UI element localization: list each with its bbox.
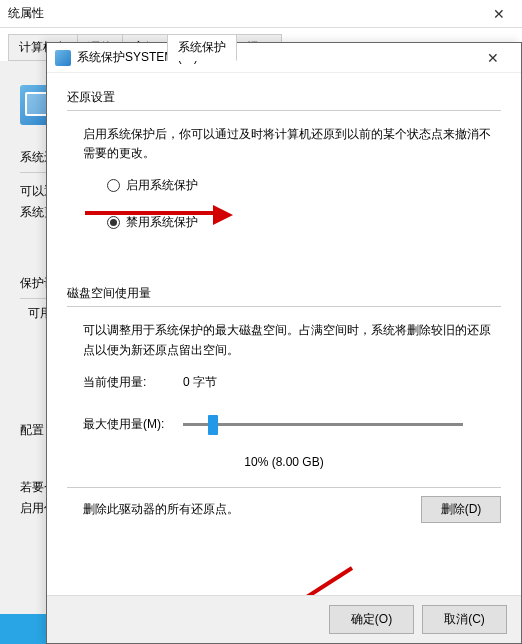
dialog-title: 系统保护SYSTEM (C:) xyxy=(77,49,473,66)
slider-thumb[interactable] xyxy=(208,415,218,435)
parent-close-button[interactable]: ✕ xyxy=(476,0,522,28)
disk-usage-desc: 可以调整用于系统保护的最大磁盘空间。占满空间时，系统将删除较旧的还原点以便为新还… xyxy=(83,321,501,359)
disk-usage-header: 磁盘空间使用量 xyxy=(67,285,501,302)
current-usage-value: 0 字节 xyxy=(183,374,217,391)
delete-desc: 删除此驱动器的所有还原点。 xyxy=(83,501,421,518)
current-usage-label: 当前使用量: xyxy=(83,374,183,391)
delete-button[interactable]: 删除(D) xyxy=(421,496,501,523)
dialog-app-icon xyxy=(55,50,71,66)
max-usage-slider[interactable] xyxy=(183,415,501,435)
slider-track xyxy=(183,423,463,426)
divider xyxy=(67,306,501,307)
divider xyxy=(67,487,501,488)
dialog-body: 还原设置 启用系统保护后，你可以通过及时将计算机还原到以前的某个状态点来撤消不需… xyxy=(47,73,521,523)
delete-restore-points-row: 删除此驱动器的所有还原点。 删除(D) xyxy=(83,496,501,523)
cancel-button[interactable]: 取消(C) xyxy=(422,605,507,634)
dialog-titlebar: 系统保护SYSTEM (C:) ✕ xyxy=(47,43,521,73)
tab-system-protection[interactable]: 系统保护 xyxy=(167,34,237,61)
radio-icon xyxy=(107,179,120,192)
radio-enable-protection[interactable]: 启用系统保护 xyxy=(107,177,501,194)
radio-disable-protection[interactable]: 禁用系统保护 xyxy=(107,214,501,231)
radio-label: 启用系统保护 xyxy=(126,177,198,194)
max-usage-label: 最大使用量(M): xyxy=(83,416,183,433)
radio-label: 禁用系统保护 xyxy=(126,214,198,231)
parent-titlebar: 统属性 ✕ xyxy=(0,0,522,28)
max-usage-row: 最大使用量(M): xyxy=(83,415,501,435)
radio-icon xyxy=(107,216,120,229)
divider xyxy=(67,110,501,111)
restore-radio-group: 启用系统保护 禁用系统保护 xyxy=(107,177,501,231)
ok-button[interactable]: 确定(O) xyxy=(329,605,414,634)
taskbar-fragment xyxy=(0,614,50,644)
restore-settings-desc: 启用系统保护后，你可以通过及时将计算机还原到以前的某个状态点来撤消不需要的更改。 xyxy=(83,125,501,163)
restore-settings-header: 还原设置 xyxy=(67,89,501,106)
parent-title: 统属性 xyxy=(8,5,44,22)
system-protection-dialog: 系统保护SYSTEM (C:) ✕ 还原设置 启用系统保护后，你可以通过及时将计… xyxy=(46,42,522,644)
current-usage-row: 当前使用量: 0 字节 xyxy=(83,374,501,391)
dialog-footer: 确定(O) 取消(C) xyxy=(47,595,521,643)
slider-value-text: 10% (8.00 GB) xyxy=(67,455,501,469)
close-button[interactable]: ✕ xyxy=(473,50,513,66)
